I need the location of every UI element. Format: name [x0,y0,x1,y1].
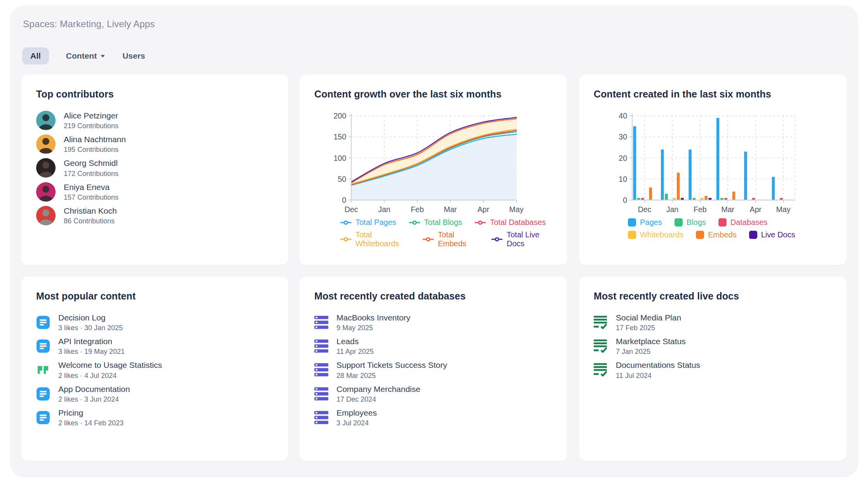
database-icon [314,339,328,353]
legend-label: Total Pages [356,218,396,227]
svg-text:20: 20 [619,154,627,162]
database-icon [314,387,328,400]
svg-text:Mar: Mar [444,205,457,214]
contributor-row[interactable]: Georg Schmidl 172 Contributions [36,158,273,178]
database-row[interactable]: Company Merchandise 17 Dec 2024 [314,384,553,404]
legend-row: Total PagesTotal BlogsTotal Databases [340,218,553,227]
content-title: Welcome to Usage Statistics [58,360,162,370]
content-title: App Documentation [58,384,130,394]
contributor-name: Alina Nachtmann [64,134,126,144]
content-meta: 3 likes · 19 May 2021 [58,348,125,356]
legend-swatch-icon [675,218,683,226]
legend-item[interactable]: Total Embeds [422,230,479,248]
content-row[interactable]: App Documentation 2 likes · 3 Jun 2024 [36,384,273,404]
contributor-name: Eniya Eneva [64,182,119,192]
legend-item[interactable]: Blogs [675,218,706,227]
legend-item[interactable]: Total Pages [340,218,396,227]
svg-text:40: 40 [619,111,627,120]
database-row[interactable]: Employees 3 Jul 2024 [314,408,553,427]
card-title: Top contributors [36,89,273,100]
legend-label: Total Embeds [438,230,479,248]
database-date: 11 Apr 2025 [336,348,374,356]
svg-text:10: 10 [619,175,627,183]
content-created-chart: 010203040DecJanFebMarAprMay [594,106,832,214]
database-date: 28 Mar 2025 [336,372,447,380]
database-row[interactable]: MacBooks Inventory 9 May 2025 [314,313,553,332]
svg-text:150: 150 [333,132,346,141]
legend-row: Total WhiteboardsTotal EmbedsTotal Live … [340,230,553,248]
database-title: Company Merchandise [336,384,420,394]
live-doc-row[interactable]: Marketplace Status 7 Jan 2025 [594,336,832,356]
legend-swatch-icon [749,231,757,239]
contributor-contributions: 172 Contributions [64,170,119,178]
card-content-created: Content created in the last six months 0… [579,75,847,265]
card-content-growth: Content growth over the last six months … [300,75,567,265]
svg-text:100: 100 [333,154,346,162]
content-row[interactable]: Welcome to Usage Statistics 2 likes · 4 … [36,360,273,380]
legend-item[interactable]: Total Databases [474,218,546,227]
live-doc-icon [594,363,608,376]
svg-text:Dec: Dec [345,205,358,214]
legend-label: Blogs [687,218,706,227]
card-title: Content created in the last six months [594,89,832,100]
contributor-row[interactable]: Alice Petzinger 219 Contributions [36,111,273,130]
live-doc-title: Social Media Plan [616,313,681,322]
avatar [36,111,56,130]
legend-item[interactable]: Whiteboards [628,230,683,239]
database-row[interactable]: Support Tickets Success Story 28 Mar 202… [314,360,553,380]
tab-all[interactable]: All [22,47,49,64]
content-title: Decision Log [58,313,123,322]
database-title: MacBooks Inventory [336,313,410,322]
legend-swatch-icon [696,231,704,239]
svg-text:Apr: Apr [749,205,762,214]
legend-label: Pages [640,218,662,227]
card-title: Content growth over the last six months [314,89,553,100]
live-doc-row[interactable]: Documentations Status 11 Jul 2024 [594,360,832,380]
database-title: Leads [336,336,374,346]
card-title: Most popular content [36,291,273,302]
database-date: 3 Jul 2024 [336,419,377,427]
popular-content-list: Decision Log 3 likes · 30 Jan 2025 API I… [36,313,273,427]
tab-content[interactable]: Content [66,47,105,64]
legend-swatch-icon [718,218,727,226]
live-doc-row[interactable]: Social Media Plan 17 Feb 2025 [594,313,832,332]
legend-item[interactable]: Total Live Docs [491,230,553,248]
live-doc-date: 11 Jul 2024 [616,372,700,380]
database-icon [314,316,328,329]
legend-label: Embeds [708,230,736,239]
database-row[interactable]: Leads 11 Apr 2025 [314,336,553,356]
database-icon [314,363,328,376]
legend-row: WhiteboardsEmbedsLive Docs [628,230,832,239]
content-growth-chart: 050100150200DecJanFebMarAprMay [314,106,553,214]
contributor-name: Georg Schmidl [64,158,119,168]
legend-item[interactable]: Live Docs [749,230,795,239]
svg-text:May: May [509,205,524,214]
svg-text:Jan: Jan [666,205,678,214]
legend-label: Whiteboards [640,230,683,239]
tab-users-label: Users [122,51,145,61]
contributor-row[interactable]: Alina Nachtmann 195 Contributions [36,134,273,154]
legend-line-marker-icon [340,220,352,225]
content-row[interactable]: Pricing 2 likes · 14 Feb 2023 [36,408,273,427]
legend-item[interactable]: Embeds [696,230,736,239]
database-date: 17 Dec 2024 [336,395,420,404]
database-title: Support Tickets Success Story [336,360,447,370]
contributor-list: Alice Petzinger 219 Contributions Alina … [36,111,273,225]
legend-item[interactable]: Total Blogs [409,218,462,227]
legend-item[interactable]: Total Whiteboards [340,230,410,248]
contributor-row[interactable]: Christian Koch 86 Contributions [36,206,273,225]
content-row[interactable]: Decision Log 3 likes · 30 Jan 2025 [36,313,273,332]
content-row[interactable]: API Integration 3 likes · 19 May 2021 [36,336,273,356]
tab-users[interactable]: Users [122,47,145,64]
svg-text:0: 0 [342,196,346,204]
contributor-contributions: 195 Contributions [64,146,126,154]
legend-label: Databases [730,218,768,227]
tab-all-label: All [30,51,41,61]
content-title: API Integration [58,336,125,346]
live-doc-title: Documentations Status [616,360,700,370]
contributor-contributions: 86 Contributions [64,217,117,225]
card-title: Most recently created live docs [594,291,832,302]
legend-item[interactable]: Databases [718,218,768,227]
contributor-row[interactable]: Eniya Eneva 157 Contributions [36,182,273,202]
legend-item[interactable]: Pages [628,218,662,227]
